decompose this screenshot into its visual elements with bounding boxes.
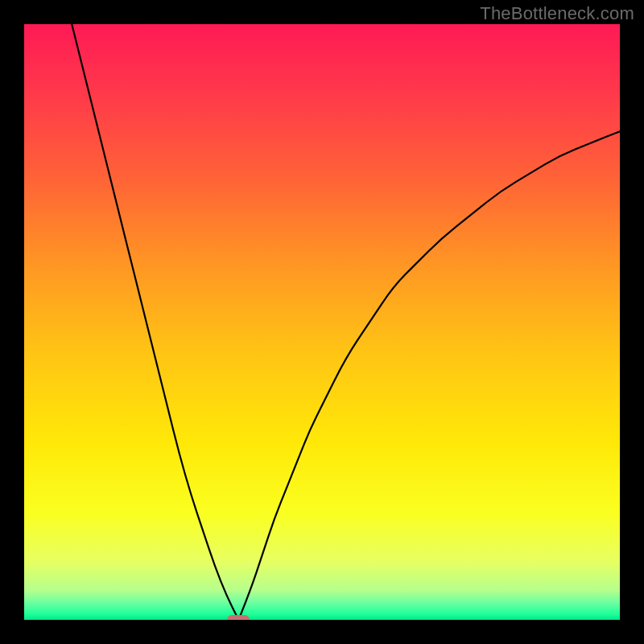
minimum-marker xyxy=(227,615,250,620)
curve-layer xyxy=(24,24,620,620)
chart-container: TheBottleneck.com xyxy=(0,0,644,644)
bottleneck-curve xyxy=(72,24,620,620)
watermark-text: TheBottleneck.com xyxy=(480,3,634,24)
plot-area xyxy=(24,24,620,620)
